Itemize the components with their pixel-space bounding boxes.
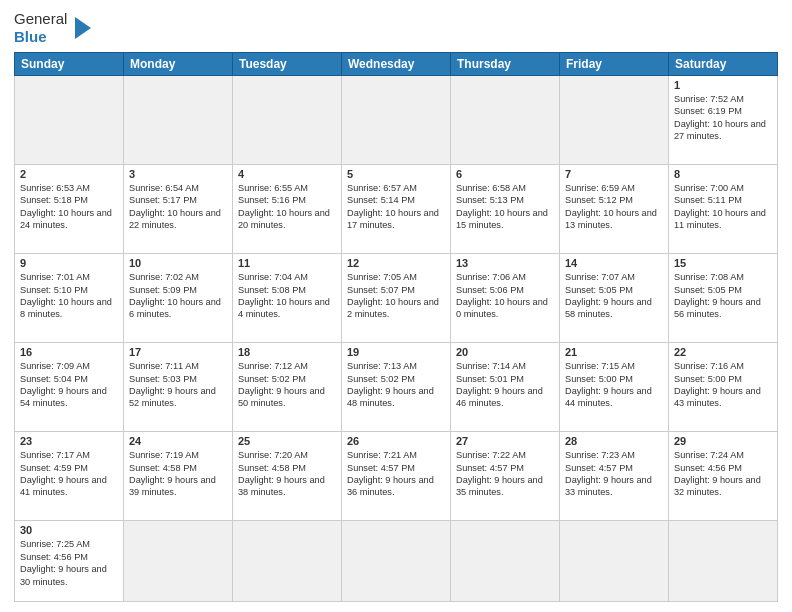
calendar-week-row: 23Sunrise: 7:17 AM Sunset: 4:59 PM Dayli… bbox=[15, 432, 778, 521]
day-info: Sunrise: 7:20 AM Sunset: 4:58 PM Dayligh… bbox=[238, 449, 336, 499]
day-info: Sunrise: 7:01 AM Sunset: 5:10 PM Dayligh… bbox=[20, 271, 118, 321]
calendar-body: 1Sunrise: 7:52 AM Sunset: 6:19 PM Daylig… bbox=[15, 76, 778, 602]
weekday-header-row: SundayMondayTuesdayWednesdayThursdayFrid… bbox=[15, 53, 778, 76]
calendar-cell bbox=[451, 521, 560, 602]
calendar-cell bbox=[669, 521, 778, 602]
calendar-cell: 4Sunrise: 6:55 AM Sunset: 5:16 PM Daylig… bbox=[233, 165, 342, 254]
svg-marker-0 bbox=[75, 17, 91, 39]
day-info: Sunrise: 7:04 AM Sunset: 5:08 PM Dayligh… bbox=[238, 271, 336, 321]
day-info: Sunrise: 7:17 AM Sunset: 4:59 PM Dayligh… bbox=[20, 449, 118, 499]
calendar-cell: 15Sunrise: 7:08 AM Sunset: 5:05 PM Dayli… bbox=[669, 254, 778, 343]
day-info: Sunrise: 6:57 AM Sunset: 5:14 PM Dayligh… bbox=[347, 182, 445, 232]
day-info: Sunrise: 7:12 AM Sunset: 5:02 PM Dayligh… bbox=[238, 360, 336, 410]
day-number: 4 bbox=[238, 168, 336, 180]
calendar-cell bbox=[15, 76, 124, 165]
day-number: 2 bbox=[20, 168, 118, 180]
calendar-cell: 7Sunrise: 6:59 AM Sunset: 5:12 PM Daylig… bbox=[560, 165, 669, 254]
weekday-header-cell: Saturday bbox=[669, 53, 778, 76]
calendar-cell bbox=[451, 76, 560, 165]
day-info: Sunrise: 7:19 AM Sunset: 4:58 PM Dayligh… bbox=[129, 449, 227, 499]
calendar-week-row: 30Sunrise: 7:25 AM Sunset: 4:56 PM Dayli… bbox=[15, 521, 778, 602]
header: General Blue bbox=[14, 10, 778, 46]
calendar-cell: 29Sunrise: 7:24 AM Sunset: 4:56 PM Dayli… bbox=[669, 432, 778, 521]
day-number: 20 bbox=[456, 346, 554, 358]
day-info: Sunrise: 7:00 AM Sunset: 5:11 PM Dayligh… bbox=[674, 182, 772, 232]
calendar-cell: 21Sunrise: 7:15 AM Sunset: 5:00 PM Dayli… bbox=[560, 343, 669, 432]
day-info: Sunrise: 7:23 AM Sunset: 4:57 PM Dayligh… bbox=[565, 449, 663, 499]
day-number: 5 bbox=[347, 168, 445, 180]
day-number: 17 bbox=[129, 346, 227, 358]
day-number: 16 bbox=[20, 346, 118, 358]
calendar-cell: 9Sunrise: 7:01 AM Sunset: 5:10 PM Daylig… bbox=[15, 254, 124, 343]
calendar-week-row: 1Sunrise: 7:52 AM Sunset: 6:19 PM Daylig… bbox=[15, 76, 778, 165]
day-info: Sunrise: 6:58 AM Sunset: 5:13 PM Dayligh… bbox=[456, 182, 554, 232]
calendar-cell: 23Sunrise: 7:17 AM Sunset: 4:59 PM Dayli… bbox=[15, 432, 124, 521]
calendar-cell: 26Sunrise: 7:21 AM Sunset: 4:57 PM Dayli… bbox=[342, 432, 451, 521]
day-info: Sunrise: 7:16 AM Sunset: 5:00 PM Dayligh… bbox=[674, 360, 772, 410]
calendar-cell: 24Sunrise: 7:19 AM Sunset: 4:58 PM Dayli… bbox=[124, 432, 233, 521]
day-number: 19 bbox=[347, 346, 445, 358]
day-info: Sunrise: 6:59 AM Sunset: 5:12 PM Dayligh… bbox=[565, 182, 663, 232]
weekday-header-cell: Sunday bbox=[15, 53, 124, 76]
day-number: 21 bbox=[565, 346, 663, 358]
calendar-cell: 13Sunrise: 7:06 AM Sunset: 5:06 PM Dayli… bbox=[451, 254, 560, 343]
calendar-cell: 11Sunrise: 7:04 AM Sunset: 5:08 PM Dayli… bbox=[233, 254, 342, 343]
calendar-cell bbox=[560, 76, 669, 165]
weekday-header-cell: Friday bbox=[560, 53, 669, 76]
day-number: 9 bbox=[20, 257, 118, 269]
calendar-cell: 8Sunrise: 7:00 AM Sunset: 5:11 PM Daylig… bbox=[669, 165, 778, 254]
day-info: Sunrise: 6:55 AM Sunset: 5:16 PM Dayligh… bbox=[238, 182, 336, 232]
day-info: Sunrise: 7:15 AM Sunset: 5:00 PM Dayligh… bbox=[565, 360, 663, 410]
day-info: Sunrise: 7:24 AM Sunset: 4:56 PM Dayligh… bbox=[674, 449, 772, 499]
weekday-header-cell: Thursday bbox=[451, 53, 560, 76]
calendar-cell: 17Sunrise: 7:11 AM Sunset: 5:03 PM Dayli… bbox=[124, 343, 233, 432]
calendar-cell: 22Sunrise: 7:16 AM Sunset: 5:00 PM Dayli… bbox=[669, 343, 778, 432]
calendar-cell: 16Sunrise: 7:09 AM Sunset: 5:04 PM Dayli… bbox=[15, 343, 124, 432]
calendar-cell bbox=[560, 521, 669, 602]
calendar-cell: 19Sunrise: 7:13 AM Sunset: 5:02 PM Dayli… bbox=[342, 343, 451, 432]
day-number: 3 bbox=[129, 168, 227, 180]
calendar-cell bbox=[124, 76, 233, 165]
day-number: 10 bbox=[129, 257, 227, 269]
page: General Blue SundayMondayTuesdayWednesda… bbox=[0, 0, 792, 612]
day-number: 24 bbox=[129, 435, 227, 447]
calendar-week-row: 16Sunrise: 7:09 AM Sunset: 5:04 PM Dayli… bbox=[15, 343, 778, 432]
day-number: 25 bbox=[238, 435, 336, 447]
day-info: Sunrise: 6:53 AM Sunset: 5:18 PM Dayligh… bbox=[20, 182, 118, 232]
calendar-cell: 18Sunrise: 7:12 AM Sunset: 5:02 PM Dayli… bbox=[233, 343, 342, 432]
day-info: Sunrise: 7:06 AM Sunset: 5:06 PM Dayligh… bbox=[456, 271, 554, 321]
calendar-cell: 10Sunrise: 7:02 AM Sunset: 5:09 PM Dayli… bbox=[124, 254, 233, 343]
calendar-cell bbox=[233, 76, 342, 165]
calendar-cell: 20Sunrise: 7:14 AM Sunset: 5:01 PM Dayli… bbox=[451, 343, 560, 432]
day-number: 8 bbox=[674, 168, 772, 180]
day-number: 15 bbox=[674, 257, 772, 269]
calendar-cell bbox=[124, 521, 233, 602]
day-number: 26 bbox=[347, 435, 445, 447]
weekday-header-cell: Wednesday bbox=[342, 53, 451, 76]
day-number: 6 bbox=[456, 168, 554, 180]
calendar-cell bbox=[233, 521, 342, 602]
calendar-week-row: 9Sunrise: 7:01 AM Sunset: 5:10 PM Daylig… bbox=[15, 254, 778, 343]
calendar-cell: 14Sunrise: 7:07 AM Sunset: 5:05 PM Dayli… bbox=[560, 254, 669, 343]
day-number: 7 bbox=[565, 168, 663, 180]
day-number: 22 bbox=[674, 346, 772, 358]
logo: General Blue bbox=[14, 10, 93, 46]
day-number: 18 bbox=[238, 346, 336, 358]
day-info: Sunrise: 7:02 AM Sunset: 5:09 PM Dayligh… bbox=[129, 271, 227, 321]
day-info: Sunrise: 6:54 AM Sunset: 5:17 PM Dayligh… bbox=[129, 182, 227, 232]
logo-text: General Blue bbox=[14, 10, 67, 46]
day-number: 29 bbox=[674, 435, 772, 447]
day-number: 13 bbox=[456, 257, 554, 269]
weekday-header-cell: Tuesday bbox=[233, 53, 342, 76]
day-number: 27 bbox=[456, 435, 554, 447]
calendar-cell: 6Sunrise: 6:58 AM Sunset: 5:13 PM Daylig… bbox=[451, 165, 560, 254]
calendar-cell: 1Sunrise: 7:52 AM Sunset: 6:19 PM Daylig… bbox=[669, 76, 778, 165]
day-number: 14 bbox=[565, 257, 663, 269]
day-info: Sunrise: 7:21 AM Sunset: 4:57 PM Dayligh… bbox=[347, 449, 445, 499]
calendar-cell: 28Sunrise: 7:23 AM Sunset: 4:57 PM Dayli… bbox=[560, 432, 669, 521]
day-number: 11 bbox=[238, 257, 336, 269]
day-info: Sunrise: 7:09 AM Sunset: 5:04 PM Dayligh… bbox=[20, 360, 118, 410]
day-info: Sunrise: 7:22 AM Sunset: 4:57 PM Dayligh… bbox=[456, 449, 554, 499]
calendar-week-row: 2Sunrise: 6:53 AM Sunset: 5:18 PM Daylig… bbox=[15, 165, 778, 254]
calendar-cell: 25Sunrise: 7:20 AM Sunset: 4:58 PM Dayli… bbox=[233, 432, 342, 521]
